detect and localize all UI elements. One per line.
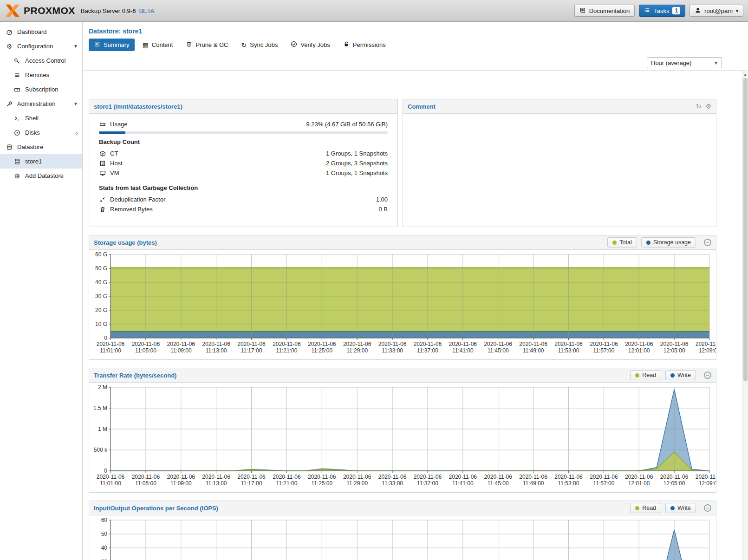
gears-icon: ⚙ [6,43,13,50]
documentation-button[interactable]: Documentation [574,5,635,17]
svg-text:2020-11-06: 2020-11-06 [167,341,195,347]
user-menu-button[interactable]: root@pam ▾ [689,5,743,17]
svg-text:20 G: 20 G [95,307,107,313]
tab-sync-jobs[interactable]: ↻ Sync Jobs [236,39,283,51]
sidebar-item-label: Disks [25,129,40,136]
sidebar: Dashboard ⚙ Configuration ▼ Access Contr… [0,22,83,560]
timeframe-select[interactable]: Hour (average) ▼ [647,57,722,68]
storage-usage-panel: Storage usage (bytes) Total Storage usag… [89,235,716,360]
row-value: 1.00 [376,196,388,203]
svg-text:11:53:00: 11:53:00 [558,347,579,354]
legend-dot [646,241,650,245]
svg-text:11:17:00: 11:17:00 [241,347,262,354]
legend-read-button[interactable]: Read [630,370,661,380]
sidebar-item-shell[interactable]: Shell [0,111,82,125]
refresh-icon[interactable]: ↻ [696,103,702,110]
scroll-up-button[interactable]: ▲ [742,71,748,78]
svg-text:2020-11-06: 2020-11-06 [660,474,689,480]
legend-write-button[interactable]: Write [665,370,696,380]
sidebar-item-access-control[interactable]: Access Control [0,53,82,68]
collapse-chart-button[interactable]: – [704,239,711,246]
tab-content[interactable]: ▦ Content [137,39,178,51]
svg-text:2020-11-06: 2020-11-06 [97,474,125,480]
sidebar-item-store1[interactable]: store1 [0,154,82,169]
svg-text:12:01:00: 12:01:00 [628,480,650,487]
ct-cube-icon [99,150,106,157]
svg-text:2020-11-06: 2020-11-06 [519,341,547,347]
svg-text:2020-11-06: 2020-11-06 [378,474,407,480]
database-icon [13,158,21,165]
database-icon [6,144,13,150]
legend-storage-usage-button[interactable]: Storage usage [641,237,696,247]
svg-text:2020-11-06: 2020-11-06 [449,474,477,480]
sidebar-item-add-datastore[interactable]: ⊕ Add Datastore [0,169,82,183]
row-value: 1 Groups, 1 Snapshots [326,169,388,176]
header-actions: Documentation Tasks 1 root@pam ▾ [574,5,743,17]
tab-verify-jobs[interactable]: Verify Jobs [286,39,335,51]
svg-text:11:41:00: 11:41:00 [452,347,474,354]
documentation-label: Documentation [589,7,630,14]
svg-text:12:05:00: 12:05:00 [663,347,685,354]
svg-text:2020-11-06: 2020-11-06 [660,341,689,347]
compress-arrows-icon [99,196,106,203]
svg-text:2020-11-06: 2020-11-06 [202,474,230,480]
svg-text:2020-11-06: 2020-11-06 [308,474,336,480]
sidebar-item-configuration[interactable]: ⚙ Configuration ▼ [0,39,82,53]
tab-prune-gc[interactable]: Prune & GC [181,39,233,51]
legend-total-button[interactable]: Total [607,237,637,247]
svg-text:2020-11-06: 2020-11-06 [97,341,125,347]
sidebar-item-subscription[interactable]: Subscription [0,82,82,97]
tab-label: Sync Jobs [250,41,278,48]
sidebar-item-datastore[interactable]: Datastore [0,140,82,154]
tasks-button[interactable]: Tasks 1 [639,5,685,17]
svg-text:60 G: 60 G [95,251,107,258]
sidebar-item-administration[interactable]: Administration ▼ [0,97,82,111]
backup-count-heading: Backup Count [99,138,388,145]
sidebar-item-label: Access Control [25,57,65,64]
svg-text:11:53:00: 11:53:00 [558,480,579,487]
sync-icon: ↻ [241,42,247,48]
subscription-icon [13,86,21,93]
key-icon [13,58,21,64]
sidebar-item-dashboard[interactable]: Dashboard [0,25,82,39]
panel-title: store1 (/mnt/datastores/store1) [94,103,182,110]
svg-text:1 M: 1 M [98,426,107,432]
chevron-down-icon: ▾ [736,8,738,13]
svg-text:11:29:00: 11:29:00 [346,480,368,487]
svg-text:50 G: 50 G [95,265,107,272]
proxmox-logo[interactable]: PROXMOX [5,4,75,18]
lock-icon [343,41,350,49]
svg-text:12:01:00: 12:01:00 [628,347,650,354]
svg-text:50: 50 [101,531,108,537]
trash-icon [186,41,192,49]
scrollbar[interactable]: ▲ [742,71,748,560]
svg-text:10 G: 10 G [95,321,107,327]
tab-summary[interactable]: Summary [89,39,135,51]
collapse-chart-button[interactable]: – [704,371,711,379]
collapse-chart-button[interactable]: – [704,504,711,512]
tab-permissions[interactable]: Permissions [338,39,391,51]
sidebar-item-label: Add Datastore [25,172,64,179]
usage-progressbar [99,131,388,134]
gear-icon[interactable]: ⚙ [705,103,711,110]
svg-text:2020-11-06: 2020-11-06 [132,474,160,480]
svg-text:40 G: 40 G [95,279,107,286]
sidebar-item-disks[interactable]: Disks › [0,125,82,140]
tab-label: Verify Jobs [300,41,330,48]
svg-text:2020-11-06: 2020-11-06 [132,341,160,347]
beta-link[interactable]: BETA [139,7,154,14]
svg-text:500 k: 500 k [94,447,108,453]
gauge-icon [6,29,13,35]
comment-panel: Comment ↻ ⚙ [403,99,716,227]
row-label: VM [110,169,119,176]
svg-text:2020-11-06: 2020-11-06 [484,474,512,480]
svg-text:11:37:00: 11:37:00 [417,347,438,354]
sidebar-item-label: Subscription [25,86,59,93]
svg-text:11:37:00: 11:37:00 [417,480,438,487]
sidebar-item-remotes[interactable]: Remotes [0,68,82,82]
scrollbar-thumb[interactable] [743,78,748,381]
svg-text:40: 40 [101,545,108,551]
legend-read-button[interactable]: Read [630,503,661,513]
legend-label: Write [677,505,691,511]
legend-write-button[interactable]: Write [665,503,696,513]
